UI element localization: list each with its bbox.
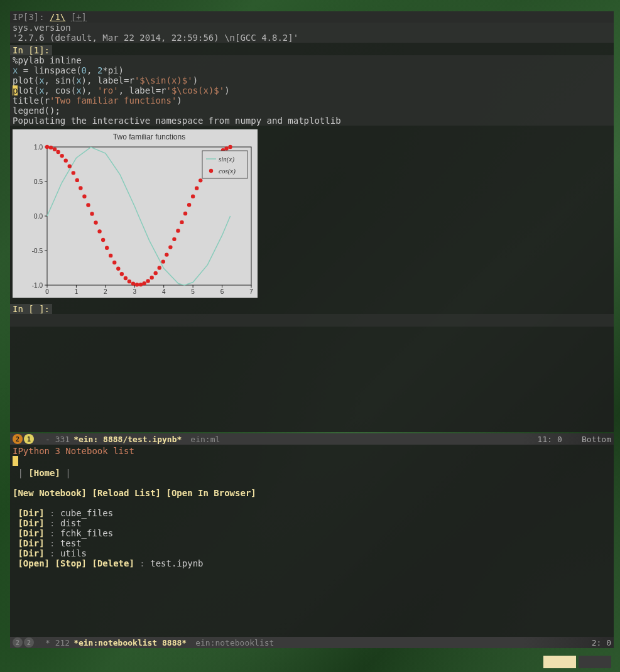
dir-entry[interactable]: [Dir] : dist bbox=[13, 518, 611, 528]
svg-point-37 bbox=[75, 178, 79, 182]
svg-point-55 bbox=[142, 281, 146, 285]
delete-file-button[interactable]: [Delete] bbox=[92, 558, 134, 568]
svg-text:7: 7 bbox=[249, 288, 253, 295]
dir-entry[interactable]: [Dir] : test bbox=[13, 538, 611, 548]
plot-svg: Two familiar functions-1.0-0.50.00.51.00… bbox=[13, 129, 258, 298]
code-line[interactable]: x = linspace(0, 2*pi) bbox=[13, 65, 611, 75]
svg-text:2: 2 bbox=[104, 288, 107, 295]
code-cell-1[interactable]: %pylab inline x = linspace(0, 2*pi) plot… bbox=[10, 55, 614, 126]
svg-point-63 bbox=[172, 237, 176, 241]
svg-point-43 bbox=[97, 229, 101, 233]
dir-badge[interactable]: [Dir] bbox=[18, 508, 44, 518]
code-cell-empty[interactable] bbox=[10, 314, 614, 327]
plot-output: Two familiar functions-1.0-0.50.00.51.00… bbox=[13, 129, 258, 298]
new-notebook-button[interactable]: [New Notebook] bbox=[13, 488, 87, 498]
separator-icon bbox=[35, 637, 41, 648]
major-mode: ein:notebooklist bbox=[195, 638, 274, 648]
home-link[interactable]: [Home] bbox=[28, 468, 60, 478]
svg-point-61 bbox=[165, 252, 168, 256]
svg-point-47 bbox=[112, 261, 116, 264]
buffer-name[interactable]: *ein:notebooklist 8888* bbox=[73, 638, 187, 648]
svg-point-34 bbox=[64, 158, 68, 162]
svg-point-38 bbox=[79, 186, 82, 190]
svg-point-58 bbox=[154, 271, 158, 275]
svg-text:0.5: 0.5 bbox=[34, 178, 43, 185]
open-in-browser-button[interactable]: [Open In Browser] bbox=[166, 488, 256, 498]
svg-text:3: 3 bbox=[133, 288, 137, 295]
workspace-badge[interactable]: 2 bbox=[13, 637, 23, 648]
svg-point-42 bbox=[94, 220, 97, 224]
notebook-list-title: IPython 3 Notebook list bbox=[13, 446, 611, 456]
tab-add-button[interactable]: [+] bbox=[71, 12, 87, 22]
svg-point-54 bbox=[139, 283, 143, 286]
svg-point-69 bbox=[195, 186, 199, 190]
svg-text:6: 6 bbox=[220, 288, 224, 295]
dir-badge[interactable]: [Dir] bbox=[18, 528, 44, 538]
separator: | bbox=[65, 468, 70, 478]
output-populate: Populating the interactive namespace fro… bbox=[13, 116, 611, 126]
svg-point-57 bbox=[150, 276, 153, 279]
code-line[interactable]: %pylab inline bbox=[13, 55, 611, 65]
tray-item[interactable] bbox=[543, 656, 576, 668]
file-entry-name: test.ipynb bbox=[150, 558, 203, 568]
dir-entry[interactable]: [Dir] : utils bbox=[13, 548, 611, 558]
svg-point-66 bbox=[183, 212, 187, 215]
editor-pane-top[interactable]: IP[3]: /1\ [+] sys.version '2.7.6 (defau… bbox=[10, 11, 614, 432]
svg-point-64 bbox=[176, 229, 180, 232]
svg-point-35 bbox=[68, 165, 72, 168]
dir-badge[interactable]: [Dir] bbox=[18, 518, 44, 528]
svg-point-59 bbox=[158, 266, 161, 269]
code-line[interactable]: plot(x, sin(x), label=r'$\sin(x)$') bbox=[13, 75, 611, 85]
modeline-modified: * 212 bbox=[45, 638, 70, 648]
buffer-name[interactable]: *ein: 8888/test.ipynb* bbox=[73, 435, 182, 444]
dir-badge[interactable]: [Dir] bbox=[18, 538, 44, 548]
svg-point-45 bbox=[105, 246, 109, 250]
svg-text:0: 0 bbox=[45, 288, 49, 295]
svg-text:cos(x): cos(x) bbox=[219, 167, 236, 175]
svg-point-53 bbox=[135, 283, 139, 286]
code-line[interactable]: plot(x, cos(x), 'ro', label=r'$\cos(x)$'… bbox=[13, 85, 611, 95]
svg-point-56 bbox=[146, 279, 150, 283]
svg-text:1.0: 1.0 bbox=[34, 144, 43, 151]
workspace-badge[interactable]: 1 bbox=[24, 434, 34, 444]
cursor-position: 2: 0 bbox=[592, 638, 611, 648]
svg-point-68 bbox=[191, 194, 195, 198]
tab-active[interactable]: /1\ bbox=[50, 12, 65, 22]
tray-item[interactable] bbox=[579, 656, 611, 668]
tab-group-label: IP[3]: bbox=[13, 12, 45, 22]
svg-point-40 bbox=[86, 203, 90, 207]
svg-point-77 bbox=[224, 146, 228, 150]
separator-icon bbox=[35, 433, 41, 445]
stop-file-button[interactable]: [Stop] bbox=[55, 558, 87, 568]
svg-text:0.0: 0.0 bbox=[34, 213, 43, 220]
reload-list-button[interactable]: [Reload List] bbox=[92, 488, 161, 498]
svg-point-78 bbox=[228, 145, 232, 149]
output-line: '2.7.6 (default, Mar 22 2014, 22:59:56) … bbox=[13, 33, 611, 43]
svg-text:-0.5: -0.5 bbox=[32, 247, 43, 254]
modeline-top: 2 1 - 331 *ein: 8888/test.ipynb* ein:ml … bbox=[10, 433, 614, 445]
svg-point-33 bbox=[60, 154, 63, 158]
dir-badge[interactable]: [Dir] bbox=[18, 548, 44, 558]
open-file-button[interactable]: [Open] bbox=[18, 558, 50, 568]
code-line[interactable]: title(r'Two familiar functions') bbox=[13, 95, 611, 106]
dir-entry-name: utils bbox=[60, 548, 87, 558]
svg-point-65 bbox=[180, 220, 183, 224]
dir-entry[interactable]: [Dir] : fchk_files bbox=[13, 528, 611, 538]
dir-entry-name: cube_files bbox=[60, 508, 113, 518]
svg-point-41 bbox=[90, 212, 94, 215]
dir-entry[interactable]: [Dir] : cube_files bbox=[13, 508, 611, 518]
major-mode: ein:ml bbox=[190, 435, 220, 444]
workspace-badge[interactable]: 2 bbox=[13, 434, 23, 444]
svg-point-32 bbox=[56, 150, 60, 154]
separator: | bbox=[18, 468, 23, 478]
svg-point-31 bbox=[53, 147, 57, 151]
svg-text:1: 1 bbox=[75, 288, 79, 295]
modeline-modified: - 331 bbox=[45, 435, 70, 444]
svg-point-82 bbox=[209, 169, 213, 173]
code-line[interactable]: legend(); bbox=[13, 106, 611, 116]
dir-entry-name: fchk_files bbox=[60, 528, 113, 538]
modeline-bottom: 2 2 * 212 *ein:notebooklist 8888* ein:no… bbox=[10, 637, 614, 648]
notebook-list-pane[interactable]: IPython 3 Notebook list | [Home] | [New … bbox=[10, 445, 614, 637]
workspace-badge[interactable]: 2 bbox=[24, 637, 34, 648]
svg-text:sin(x): sin(x) bbox=[219, 155, 234, 163]
